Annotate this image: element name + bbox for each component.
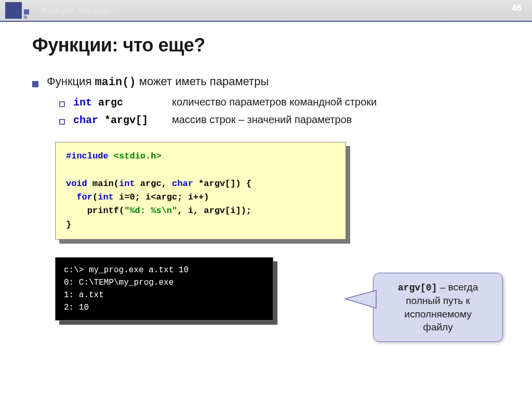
code-block: #include <stdio.h> void main(int argc, c…: [55, 142, 346, 240]
code-include: #include: [66, 151, 109, 161]
code-fmt: "%d: %s\n": [124, 206, 177, 216]
code-header: <stdio.h>: [109, 151, 162, 161]
callout-t2: полный путь к: [406, 295, 470, 306]
bullet-outline-icon: [59, 101, 65, 107]
sub-bullet-argc: int argc количество параметров командной…: [59, 96, 501, 109]
code-l5a: printf(: [66, 206, 124, 216]
page-number: 46: [512, 3, 522, 14]
code-l6: }: [66, 220, 71, 230]
callout-code: argv[0]: [398, 283, 437, 293]
argc-code: int argc: [73, 96, 172, 109]
terminal-output: c:\> my_prog.exe a.txt 10 0: C:\TEMP\my_…: [55, 257, 273, 321]
argv-keyword: char: [73, 114, 98, 126]
deco-square-xs: [24, 16, 27, 19]
bullet-outline-icon: [59, 119, 65, 125]
code-int1: int: [119, 179, 135, 189]
deco-square-large: [5, 2, 22, 19]
code-l4d: i=0; i<argc; i++): [114, 192, 209, 202]
code-l5c: , i, argv[i]);: [177, 206, 251, 216]
code-example: #include <stdio.h> void main(int argc, c…: [55, 142, 346, 240]
sub-bullet-argv: char *argv[] массив строк – значений пар…: [59, 114, 501, 126]
code-for: for: [66, 192, 92, 202]
callout-t3: исполняемому: [404, 309, 471, 320]
bullet-suffix: может иметь параметры: [136, 75, 269, 88]
bullet-code: main(): [95, 76, 136, 89]
argc-keyword: int: [73, 97, 92, 109]
code-char: char: [172, 179, 193, 189]
argc-name: argc: [92, 97, 123, 109]
argv-code: char *argv[]: [73, 114, 172, 126]
slide: Функции: что еще? 46 Функции: что еще? Ф…: [0, 0, 532, 399]
callout-box: argv[0] – всегда полный путь к исполняем…: [373, 273, 503, 342]
bullet-square-icon: [32, 81, 38, 87]
deco-square-col: [24, 9, 29, 19]
callout: argv[0] – всегда полный путь к исполняем…: [373, 273, 503, 342]
code-void: void: [66, 179, 87, 189]
bullet-prefix: Функция: [47, 75, 95, 88]
argv-desc: массив строк – значений параметров: [172, 114, 352, 126]
svg-marker-0: [345, 290, 376, 308]
deco-square-small: [24, 9, 29, 15]
code-l3f: *argv[]) {: [193, 179, 251, 189]
argc-desc: количество параметров командной строки: [172, 96, 377, 108]
bullet-main-text: Функция main() может иметь параметры: [47, 75, 269, 89]
argv-name: *argv[]: [98, 114, 148, 126]
breadcrumb: Функции: что еще?: [41, 6, 113, 15]
code-int2: int: [98, 192, 114, 202]
callout-t4: файлу: [423, 322, 453, 332]
code-l3d: argc,: [135, 179, 172, 189]
bullet-main: Функция main() может иметь параметры: [32, 75, 501, 89]
terminal-block: c:\> my_prog.exe a.txt 10 0: C:\TEMP\my_…: [55, 257, 273, 321]
slide-header: Функции: что еще? 46: [0, 0, 532, 21]
callout-t1: – всегда: [437, 282, 478, 292]
code-l3b: main(: [87, 179, 119, 189]
code-l4b: (: [92, 192, 98, 202]
header-decoration: [5, 2, 29, 19]
slide-title: Функции: что еще?: [32, 34, 501, 56]
